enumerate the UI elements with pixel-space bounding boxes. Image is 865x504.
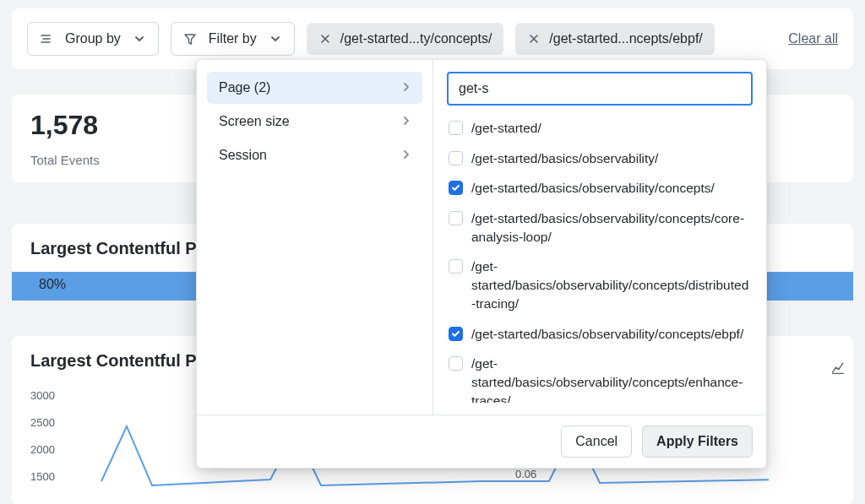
group-by-icon xyxy=(40,32,53,46)
filter-option-list: /get-started/ /get-started/basics/observ… xyxy=(447,116,753,403)
lcp-progress-label: 80% xyxy=(39,277,66,292)
filter-option-label: /get-started/basics/observability/concep… xyxy=(471,325,743,344)
filter-option[interactable]: /get-started/ xyxy=(447,116,753,141)
filter-popover-body: Page (2) Screen size Session xyxy=(197,60,766,415)
filter-chip-label: /get-started...ty/concepts/ xyxy=(340,31,492,46)
filter-chip[interactable]: /get-started...ty/concepts/ xyxy=(307,23,504,55)
filter-option-label: /get-started/basics/observability/concep… xyxy=(471,179,715,198)
funnel-icon xyxy=(183,32,197,46)
checkbox-icon xyxy=(449,121,463,135)
filter-option-label: /get-started/basics/observability/ xyxy=(471,149,658,168)
chevron-right-icon xyxy=(402,115,411,128)
checkbox-icon xyxy=(449,151,463,165)
filter-option[interactable]: /get-started/basics/observability/concep… xyxy=(447,206,753,249)
filter-category-list: Page (2) Screen size Session xyxy=(197,60,433,415)
cancel-button[interactable]: Cancel xyxy=(561,425,632,458)
checkbox-checked-icon xyxy=(449,327,463,341)
clear-all-link[interactable]: Clear all xyxy=(788,31,838,46)
filter-chip-label: /get-started...ncepts/ebpf/ xyxy=(549,31,702,46)
filter-category-page[interactable]: Page (2) xyxy=(207,72,422,104)
close-icon[interactable] xyxy=(318,32,332,46)
group-by-dropdown[interactable]: Group by xyxy=(27,22,159,56)
filter-option-label: /get-started/ xyxy=(471,119,541,138)
filter-options-panel: /get-started/ /get-started/basics/observ… xyxy=(433,60,766,415)
filter-option-label: /get-started/basics/observability/concep… xyxy=(471,355,751,403)
chevron-right-icon xyxy=(402,81,411,95)
checkbox-icon xyxy=(449,259,463,274)
filter-option-label: /get-started/basics/observability/concep… xyxy=(471,209,751,246)
checkbox-icon xyxy=(449,211,463,225)
filter-popover-footer: Cancel Apply Filters xyxy=(197,415,766,468)
filter-option[interactable]: /get-started/basics/observability/concep… xyxy=(447,322,753,347)
filter-category-screen-size[interactable]: Screen size xyxy=(207,106,422,138)
secondary-y-tick: 0.06 xyxy=(515,468,536,480)
checkbox-icon xyxy=(449,356,463,371)
line-chart-icon[interactable] xyxy=(831,361,845,375)
close-icon[interactable] xyxy=(527,32,541,46)
filter-category-label: Screen size xyxy=(219,114,290,129)
filter-option[interactable]: /get-started/basics/observability/ xyxy=(447,146,753,171)
chevron-down-icon xyxy=(269,32,282,46)
filter-category-label: Session xyxy=(219,148,267,163)
filter-popover: Page (2) Screen size Session xyxy=(196,59,767,469)
filter-by-label: Filter by xyxy=(209,31,257,46)
filter-option[interactable]: /get-started/basics/observability/concep… xyxy=(447,176,753,201)
filter-option[interactable]: /get-started/basics/observability/concep… xyxy=(447,254,753,316)
filter-chip[interactable]: /get-started...ncepts/ebpf/ xyxy=(515,23,714,55)
filter-option-label: /get-started/basics/observability/concep… xyxy=(471,257,751,312)
chevron-right-icon xyxy=(402,149,411,162)
checkbox-checked-icon xyxy=(449,181,463,195)
filter-category-label: Page (2) xyxy=(219,80,270,95)
y-tick: 1500 xyxy=(30,470,835,482)
apply-filters-button[interactable]: Apply Filters xyxy=(642,425,753,458)
filter-category-session[interactable]: Session xyxy=(207,139,422,171)
filter-option[interactable]: /get-started/basics/observability/concep… xyxy=(447,351,753,403)
chevron-down-icon xyxy=(133,32,146,46)
filter-search-input[interactable] xyxy=(447,72,753,106)
group-by-label: Group by xyxy=(65,31,121,46)
filter-by-dropdown[interactable]: Filter by xyxy=(171,22,295,56)
